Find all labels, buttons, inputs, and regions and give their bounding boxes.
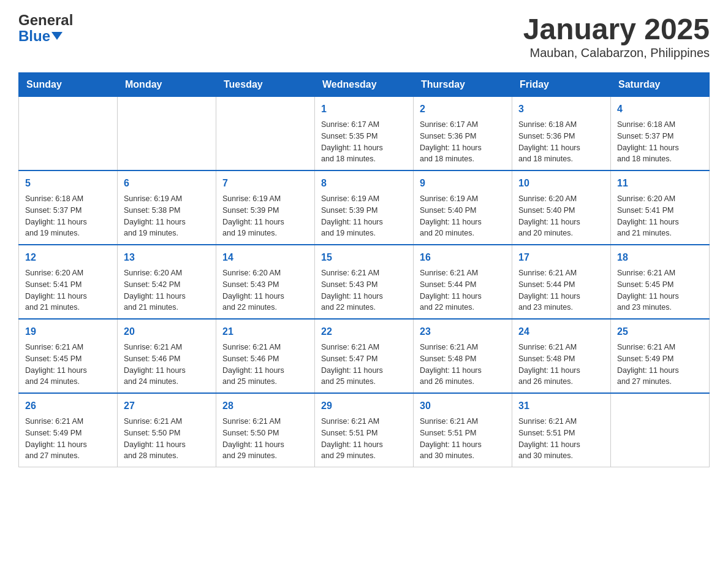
calendar-cell: 2Sunrise: 6:17 AM Sunset: 5:36 PM Daylig… — [414, 97, 512, 171]
calendar-week-row: 5Sunrise: 6:18 AM Sunset: 5:37 PM Daylig… — [19, 170, 710, 245]
day-number: 27 — [124, 399, 210, 413]
day-number: 11 — [617, 176, 703, 191]
day-info: Sunrise: 6:20 AM Sunset: 5:40 PM Dayligh… — [518, 193, 604, 239]
day-number: 4 — [617, 102, 703, 117]
day-number: 7 — [222, 176, 308, 191]
calendar-cell: 26Sunrise: 6:21 AM Sunset: 5:49 PM Dayli… — [19, 393, 118, 467]
calendar-cell: 9Sunrise: 6:19 AM Sunset: 5:40 PM Daylig… — [414, 170, 512, 245]
page-header: General Blue January 2025 Mauban, Calaba… — [18, 12, 710, 60]
logo: General Blue — [18, 12, 73, 45]
logo-blue-text: Blue — [18, 28, 50, 44]
day-info: Sunrise: 6:21 AM Sunset: 5:50 PM Dayligh… — [222, 416, 308, 462]
day-info: Sunrise: 6:21 AM Sunset: 5:49 PM Dayligh… — [25, 416, 111, 462]
calendar-cell: 4Sunrise: 6:18 AM Sunset: 5:37 PM Daylig… — [611, 97, 710, 171]
day-info: Sunrise: 6:21 AM Sunset: 5:51 PM Dayligh… — [518, 416, 604, 462]
calendar-cell: 12Sunrise: 6:20 AM Sunset: 5:41 PM Dayli… — [19, 245, 118, 319]
calendar-cell — [611, 393, 710, 467]
day-number: 30 — [420, 399, 506, 413]
calendar-cell: 19Sunrise: 6:21 AM Sunset: 5:45 PM Dayli… — [19, 319, 118, 393]
calendar-cell: 28Sunrise: 6:21 AM Sunset: 5:50 PM Dayli… — [216, 393, 315, 467]
day-info: Sunrise: 6:21 AM Sunset: 5:43 PM Dayligh… — [321, 267, 407, 313]
day-number: 9 — [420, 176, 506, 191]
day-info: Sunrise: 6:21 AM Sunset: 5:45 PM Dayligh… — [25, 342, 111, 388]
day-number: 23 — [420, 324, 506, 339]
day-info: Sunrise: 6:19 AM Sunset: 5:39 PM Dayligh… — [222, 193, 308, 239]
calendar-cell: 15Sunrise: 6:21 AM Sunset: 5:43 PM Dayli… — [315, 245, 414, 319]
day-number: 14 — [222, 250, 308, 265]
calendar-cell: 31Sunrise: 6:21 AM Sunset: 5:51 PM Dayli… — [512, 393, 611, 467]
day-number: 12 — [25, 250, 111, 265]
day-number: 25 — [617, 324, 703, 339]
day-number: 19 — [25, 324, 111, 339]
day-info: Sunrise: 6:21 AM Sunset: 5:48 PM Dayligh… — [420, 342, 506, 388]
calendar-week-row: 1Sunrise: 6:17 AM Sunset: 5:35 PM Daylig… — [19, 97, 710, 171]
calendar-header-wednesday: Wednesday — [315, 73, 414, 97]
day-number: 31 — [518, 399, 604, 413]
day-number: 13 — [124, 250, 210, 265]
day-info: Sunrise: 6:20 AM Sunset: 5:43 PM Dayligh… — [222, 267, 308, 313]
day-info: Sunrise: 6:19 AM Sunset: 5:40 PM Dayligh… — [420, 193, 506, 239]
day-number: 28 — [222, 399, 308, 413]
calendar-cell: 21Sunrise: 6:21 AM Sunset: 5:46 PM Dayli… — [216, 319, 315, 393]
calendar-header-friday: Friday — [512, 73, 611, 97]
day-number: 20 — [124, 324, 210, 339]
page-title: January 2025 — [523, 12, 710, 46]
day-info: Sunrise: 6:21 AM Sunset: 5:51 PM Dayligh… — [321, 416, 407, 462]
day-number: 22 — [321, 324, 407, 339]
day-info: Sunrise: 6:20 AM Sunset: 5:41 PM Dayligh… — [25, 267, 111, 313]
calendar-header-monday: Monday — [118, 73, 216, 97]
calendar-cell: 16Sunrise: 6:21 AM Sunset: 5:44 PM Dayli… — [414, 245, 512, 319]
calendar-week-row: 26Sunrise: 6:21 AM Sunset: 5:49 PM Dayli… — [19, 393, 710, 467]
calendar-cell: 5Sunrise: 6:18 AM Sunset: 5:37 PM Daylig… — [19, 170, 118, 245]
day-info: Sunrise: 6:19 AM Sunset: 5:39 PM Dayligh… — [321, 193, 407, 239]
calendar-header-tuesday: Tuesday — [216, 73, 315, 97]
day-info: Sunrise: 6:21 AM Sunset: 5:44 PM Dayligh… — [518, 267, 604, 313]
day-info: Sunrise: 6:21 AM Sunset: 5:49 PM Dayligh… — [617, 342, 703, 388]
calendar-cell: 7Sunrise: 6:19 AM Sunset: 5:39 PM Daylig… — [216, 170, 315, 245]
day-info: Sunrise: 6:21 AM Sunset: 5:46 PM Dayligh… — [124, 342, 210, 388]
day-number: 17 — [518, 250, 604, 265]
calendar-cell: 24Sunrise: 6:21 AM Sunset: 5:48 PM Dayli… — [512, 319, 611, 393]
day-info: Sunrise: 6:18 AM Sunset: 5:36 PM Dayligh… — [518, 119, 604, 165]
day-number: 24 — [518, 324, 604, 339]
day-info: Sunrise: 6:21 AM Sunset: 5:46 PM Dayligh… — [222, 342, 308, 388]
calendar-cell: 3Sunrise: 6:18 AM Sunset: 5:36 PM Daylig… — [512, 97, 611, 171]
calendar-week-row: 12Sunrise: 6:20 AM Sunset: 5:41 PM Dayli… — [19, 245, 710, 319]
calendar-cell: 23Sunrise: 6:21 AM Sunset: 5:48 PM Dayli… — [414, 319, 512, 393]
day-number: 1 — [321, 102, 407, 117]
calendar-header-sunday: Sunday — [19, 73, 118, 97]
day-number: 10 — [518, 176, 604, 191]
calendar-header-saturday: Saturday — [611, 73, 710, 97]
day-number: 16 — [420, 250, 506, 265]
calendar-cell: 13Sunrise: 6:20 AM Sunset: 5:42 PM Dayli… — [118, 245, 216, 319]
day-info: Sunrise: 6:17 AM Sunset: 5:35 PM Dayligh… — [321, 119, 407, 165]
calendar-cell: 20Sunrise: 6:21 AM Sunset: 5:46 PM Dayli… — [118, 319, 216, 393]
day-info: Sunrise: 6:20 AM Sunset: 5:42 PM Dayligh… — [124, 267, 210, 313]
day-info: Sunrise: 6:20 AM Sunset: 5:41 PM Dayligh… — [617, 193, 703, 239]
day-info: Sunrise: 6:21 AM Sunset: 5:48 PM Dayligh… — [518, 342, 604, 388]
calendar-cell: 1Sunrise: 6:17 AM Sunset: 5:35 PM Daylig… — [315, 97, 414, 171]
calendar-cell — [118, 97, 216, 171]
logo-general-text: General — [18, 12, 73, 28]
calendar-cell: 11Sunrise: 6:20 AM Sunset: 5:41 PM Dayli… — [611, 170, 710, 245]
calendar-cell: 6Sunrise: 6:19 AM Sunset: 5:38 PM Daylig… — [118, 170, 216, 245]
day-number: 2 — [420, 102, 506, 117]
day-info: Sunrise: 6:18 AM Sunset: 5:37 PM Dayligh… — [25, 193, 111, 239]
calendar-cell: 25Sunrise: 6:21 AM Sunset: 5:49 PM Dayli… — [611, 319, 710, 393]
calendar-cell: 10Sunrise: 6:20 AM Sunset: 5:40 PM Dayli… — [512, 170, 611, 245]
day-info: Sunrise: 6:21 AM Sunset: 5:50 PM Dayligh… — [124, 416, 210, 462]
calendar-cell: 14Sunrise: 6:20 AM Sunset: 5:43 PM Dayli… — [216, 245, 315, 319]
day-info: Sunrise: 6:17 AM Sunset: 5:36 PM Dayligh… — [420, 119, 506, 165]
day-number: 3 — [518, 102, 604, 117]
calendar-cell: 17Sunrise: 6:21 AM Sunset: 5:44 PM Dayli… — [512, 245, 611, 319]
title-block: January 2025 Mauban, Calabarzon, Philipp… — [523, 12, 710, 60]
calendar-cell — [19, 97, 118, 171]
day-number: 29 — [321, 399, 407, 413]
day-info: Sunrise: 6:21 AM Sunset: 5:51 PM Dayligh… — [420, 416, 506, 462]
day-number: 21 — [222, 324, 308, 339]
day-number: 8 — [321, 176, 407, 191]
day-info: Sunrise: 6:21 AM Sunset: 5:47 PM Dayligh… — [321, 342, 407, 388]
day-number: 26 — [25, 399, 111, 413]
logo-triangle-icon — [51, 32, 63, 40]
calendar-cell: 8Sunrise: 6:19 AM Sunset: 5:39 PM Daylig… — [315, 170, 414, 245]
